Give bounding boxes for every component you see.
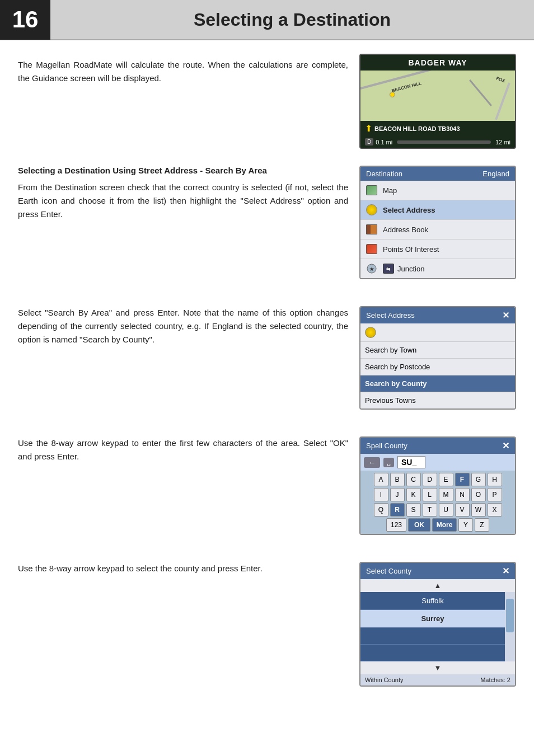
spell-row-2: I J K L M N O P <box>363 488 513 501</box>
dest-row-address-book[interactable]: Address Book <box>360 220 515 240</box>
dest-screen-header: Destination England <box>360 167 515 181</box>
select-addr-row-county[interactable]: Search by County <box>360 375 515 392</box>
dest-row-poi[interactable]: Points Of Interest <box>360 240 515 259</box>
select-addr-row-prev-towns[interactable]: Previous Towns <box>360 392 515 408</box>
county-footer-right: Matches: 2 <box>480 677 510 683</box>
spell-close-btn[interactable]: ✕ <box>502 440 509 451</box>
key-L[interactable]: L <box>423 488 437 501</box>
spell-typed-text: SU_ <box>397 456 425 468</box>
county-list-container: Suffolk Surrey <box>360 592 515 661</box>
county-footer-left: Within County <box>365 677 403 683</box>
section1-heading: Selecting a Destination Using Street Add… <box>18 166 348 175</box>
addr-label-county: Search by County <box>365 379 427 388</box>
spell-action-row: 123 OK More Y Z <box>363 518 513 532</box>
page-number: 16 <box>0 0 50 40</box>
select-addr-row-town[interactable]: Search by Town <box>360 342 515 359</box>
nav-map-area: FOX BEACON HILL <box>360 71 515 121</box>
nav-dist-near: 0.1 mi <box>376 139 392 145</box>
select-addr-close-btn[interactable]: ✕ <box>502 310 509 321</box>
key-V[interactable]: V <box>455 503 470 516</box>
dest-label-select-address: Select Address <box>383 206 435 214</box>
key-O[interactable]: O <box>471 488 486 501</box>
spell-space-btn[interactable]: ␣ <box>383 458 394 467</box>
section2-text: Select "Search By Area" and press Enter.… <box>18 306 348 346</box>
nav-top-bar: BADGER WAY <box>360 55 515 71</box>
spell-title: Spell County <box>366 442 407 450</box>
dest-label-poi: Points Of Interest <box>383 245 439 253</box>
key-OK[interactable]: OK <box>408 518 430 532</box>
book-icon <box>365 223 378 236</box>
key-I[interactable]: I <box>374 488 388 501</box>
section3: Use the 8-way arrow keypad to enter the … <box>18 436 516 535</box>
key-A[interactable]: A <box>374 473 388 486</box>
addr-label-postcode: Search by Postcode <box>365 363 430 371</box>
dest-label-address-book: Address Book <box>383 226 428 234</box>
key-R[interactable]: R <box>390 503 405 516</box>
intro-text: The Magellan RoadMate will calculate the… <box>18 58 348 85</box>
county-empty-2 <box>360 645 505 661</box>
svg-text:★: ★ <box>369 266 374 272</box>
nav-bottom-bar: ⬆ BEACON HILL ROAD TB3043 <box>360 121 515 136</box>
dest-label-junction: Junction <box>397 265 424 273</box>
nav-progress-bar <box>397 140 491 144</box>
key-Y[interactable]: Y <box>458 518 473 532</box>
section2: Select "Search By Area" and press Enter.… <box>18 306 516 410</box>
map-icon <box>365 184 378 197</box>
key-X[interactable]: X <box>488 503 502 516</box>
key-E[interactable]: E <box>439 473 453 486</box>
key-G[interactable]: G <box>471 473 486 486</box>
key-B[interactable]: B <box>390 473 405 486</box>
key-J[interactable]: J <box>390 488 405 501</box>
county-scroll-down[interactable]: ▼ <box>360 661 515 674</box>
key-More[interactable]: More <box>432 518 457 532</box>
flag-icon <box>365 242 378 256</box>
section1-text: From the Destination screen check that t… <box>18 181 348 221</box>
dest-row-select-address[interactable]: Select Address <box>360 200 515 220</box>
key-P[interactable]: P <box>488 488 502 501</box>
key-F[interactable]: F <box>455 473 470 486</box>
select-address-screen: Select Address ✕ Search by Town Search b… <box>359 306 516 410</box>
page-title: Selecting a Destination <box>50 10 534 30</box>
key-H[interactable]: H <box>488 473 502 486</box>
spell-input-row: ← ␣ SU_ <box>360 454 515 471</box>
select-county-screen: Select County ✕ ▲ Suffolk Surrey ▼ <box>359 562 516 687</box>
key-123[interactable]: 123 <box>386 518 406 532</box>
dest-label-map: Map <box>383 186 397 195</box>
select-addr-header: Select Address ✕ <box>360 307 515 323</box>
key-Z[interactable]: Z <box>475 518 489 532</box>
spell-county-screen: Spell County ✕ ← ␣ SU_ A B C D E F G H <box>359 436 516 535</box>
select-addr-icon <box>365 327 376 338</box>
dest-title: Destination <box>366 170 402 178</box>
key-D[interactable]: D <box>423 473 437 486</box>
addr-label-prev-towns: Previous Towns <box>365 396 416 405</box>
key-N[interactable]: N <box>455 488 470 501</box>
county-footer: Within County Matches: 2 <box>360 674 515 685</box>
county-scroll-up[interactable]: ▲ <box>360 579 515 592</box>
key-W[interactable]: W <box>471 503 486 516</box>
select-addr-row-postcode[interactable]: Search by Postcode <box>360 359 515 375</box>
addr-label-town: Search by Town <box>365 346 416 354</box>
spell-back-btn[interactable]: ← <box>364 457 380 468</box>
county-item-suffolk[interactable]: Suffolk <box>360 592 505 610</box>
key-U[interactable]: U <box>439 503 453 516</box>
key-S[interactable]: S <box>406 503 421 516</box>
dest-country: England <box>483 170 509 178</box>
intro-section: The Magellan RoadMate will calculate the… <box>18 54 516 149</box>
key-Q[interactable]: Q <box>374 503 388 516</box>
spell-keyboard: A B C D E F G H I J K L M N O <box>360 471 515 534</box>
county-close-btn[interactable]: ✕ <box>502 566 509 576</box>
nav-dist-bar: D 0.1 mi 12 mi <box>360 136 515 148</box>
dest-row-map[interactable]: Map <box>360 181 515 200</box>
nav-dist-far: 12 mi <box>495 139 510 145</box>
section4: Use the 8-way arrow keypad to select the… <box>18 562 516 687</box>
junction-icon-shape: ★ <box>365 262 378 275</box>
county-title: Select County <box>366 567 411 575</box>
key-K[interactable]: K <box>406 488 421 501</box>
key-C[interactable]: C <box>406 473 421 486</box>
key-T[interactable]: T <box>423 503 437 516</box>
page-header: 16 Selecting a Destination <box>0 0 534 40</box>
key-M[interactable]: M <box>439 488 453 501</box>
county-item-surrey[interactable]: Surrey <box>360 610 505 628</box>
dest-row-junction[interactable]: ★ ⇆ Junction <box>360 259 515 278</box>
county-empty-1 <box>360 628 505 645</box>
